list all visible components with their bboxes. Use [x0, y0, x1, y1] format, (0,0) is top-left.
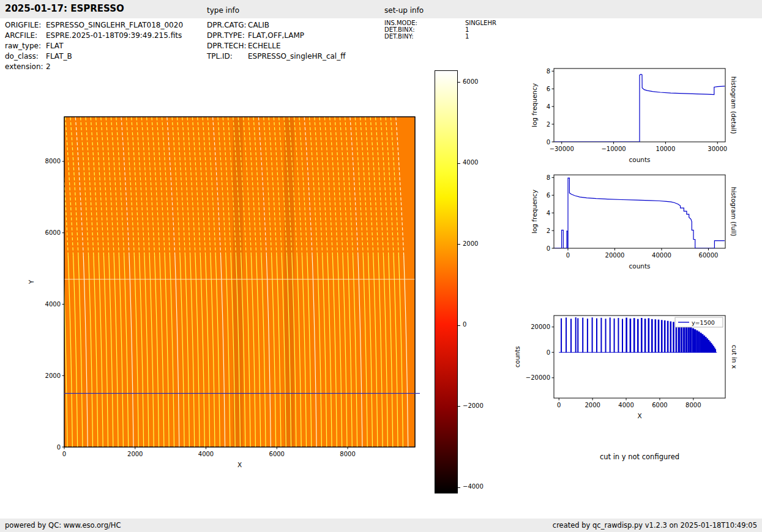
meta-row: DPR.CATG:CALIB: [207, 20, 345, 31]
meta-value: SINGLEHR: [465, 20, 496, 26]
y-tick-label: 6: [547, 86, 550, 92]
colorbar-tick: [458, 163, 460, 164]
colorbar-tick-label: 0: [463, 321, 466, 328]
footer-qc-link[interactable]: powered by QC: www.eso.org/HC: [5, 521, 121, 530]
cut-in-x-plot: 02000400060008000−20000020000y=1500Xcoun…: [511, 306, 762, 425]
x-axis-label: X: [237, 461, 242, 468]
header-bar: 2025-01-17: ESPRESSO type info set-up in…: [0, 0, 762, 18]
x-tick-label: 4000: [198, 451, 214, 457]
meta-key: raw_type:: [5, 41, 46, 51]
y-tick-label: 4: [547, 103, 550, 110]
meta-row: DPR.TECH:ECHELLE: [207, 41, 345, 51]
meta-key: DPR.CATG:: [207, 20, 248, 31]
meta-value: ESPRESSO_singleHR_cal_ff: [248, 52, 345, 61]
meta-row: DET.BINY:1: [384, 33, 496, 40]
meta-row: ARCFILE:ESPRE.2025-01-18T09:39:49.215.fi…: [5, 31, 183, 41]
meta-key: DPR.TECH:: [207, 41, 248, 51]
colorbar-tick-label: 2000: [463, 240, 478, 247]
x-tick-label: 6000: [269, 451, 285, 457]
meta-row: INS.MODE:SINGLEHR: [384, 20, 496, 26]
x-tick-label: 30000: [708, 146, 727, 152]
y-tick-label: 6000: [45, 229, 61, 236]
x-tick-label: 0: [557, 402, 561, 408]
meta-value: 1: [465, 26, 469, 33]
x-axis-label: X: [637, 412, 641, 419]
y-axis-label: log frequency: [531, 190, 538, 234]
meta-key: DET.BINX:: [384, 26, 465, 33]
y-tick-label: 8000: [45, 158, 61, 164]
axes-frame: [554, 175, 725, 248]
legend-label: y=1500: [692, 319, 715, 326]
colorbar-tick: [458, 82, 460, 83]
meta-row: ORIGFILE:ESPRESSO_SINGLEHR_FLAT018_0020: [5, 20, 183, 31]
x-tick-label: 8000: [685, 402, 701, 408]
raw-image-plot: 0200040006000800002000400060008000XY: [24, 110, 428, 477]
y-tick-label: 2: [547, 227, 550, 234]
file-info-list: ORIGFILE:ESPRESSO_SINGLEHR_FLAT018_0020A…: [5, 20, 183, 72]
meta-key: TPL.ID:: [207, 51, 248, 62]
x-axis-label: counts: [629, 156, 650, 163]
x-tick-label: −30000: [550, 146, 574, 152]
meta-value: ECHELLE: [248, 42, 281, 50]
meta-key: ARCFILE:: [5, 31, 46, 41]
meta-key: DPR.TYPE:: [207, 31, 248, 41]
y-tick-label: 20000: [531, 323, 550, 330]
x-tick-label: 2000: [585, 402, 600, 408]
colorbar-tick-label: −4000: [463, 483, 484, 490]
type-info-heading: type info: [207, 6, 239, 15]
setup-info-heading: set-up info: [384, 6, 424, 15]
y-tick-label: 6: [547, 192, 550, 199]
side-label: histogram (full): [730, 187, 738, 237]
x-tick-label: 2000: [127, 451, 143, 457]
y-tick-label: 4000: [45, 301, 61, 308]
legend: y=1500: [675, 317, 723, 327]
page-title: 2025-01-17: ESPRESSO: [5, 3, 124, 14]
y-axis-label: counts: [514, 346, 521, 368]
y-tick-label: 8: [547, 174, 550, 181]
y-tick-label: 2000: [45, 372, 61, 379]
colorbar-tick: [458, 406, 460, 407]
meta-value: 1: [465, 33, 469, 40]
meta-value: FLAT,OFF,LAMP: [248, 31, 304, 40]
x-tick-label: 20000: [605, 252, 625, 259]
meta-key: DET.BINY:: [384, 33, 465, 40]
x-tick-label: 0: [566, 252, 570, 259]
histogram-detail-plot: −30000−10000100003000002468countslog fre…: [517, 61, 762, 166]
colorbar-tick: [458, 487, 460, 488]
footer-created-by: created by qc_rawdisp.py v1.2.3 on 2025-…: [553, 521, 757, 530]
x-tick-label: 6000: [652, 402, 667, 408]
meta-value: FLAT_B: [46, 52, 72, 61]
meta-value: 2: [46, 62, 51, 71]
x-tick-label: 4000: [618, 402, 633, 408]
setup-info-list: INS.MODE:SINGLEHRDET.BINX:1DET.BINY:1: [384, 20, 496, 40]
cut-in-y-note: cut in y not configured: [517, 453, 762, 461]
type-info-list: DPR.CATG:CALIBDPR.TYPE:FLAT,OFF,LAMPDPR.…: [207, 20, 345, 62]
colorbar-gradient: [435, 70, 458, 493]
meta-value: ESPRESSO_SINGLEHR_FLAT018_0020: [46, 21, 183, 29]
meta-key: INS.MODE:: [384, 20, 465, 26]
y-axis-label: log frequency: [531, 83, 538, 127]
colorbar-tick-label: 6000: [463, 78, 478, 85]
x-axis-label: counts: [629, 262, 650, 270]
side-label: histogram (detail): [730, 76, 738, 134]
side-label: cut in x: [731, 345, 738, 369]
meta-row: TPL.ID:ESPRESSO_singleHR_cal_ff: [207, 51, 345, 62]
colorbar-tick-label: −2000: [463, 402, 484, 409]
y-tick-label: 8: [547, 68, 550, 75]
meta-row: raw_type:FLAT: [5, 41, 183, 51]
x-tick-label: 0: [62, 451, 66, 457]
footer-bar: powered by QC: www.eso.org/HC created by…: [0, 519, 762, 532]
x-tick-label: −10000: [601, 146, 626, 152]
y-tick-label: 0: [547, 349, 550, 356]
meta-value: FLAT: [46, 42, 63, 50]
y-tick-label: 0: [547, 245, 550, 252]
colorbar: 6000400020000−2000−4000: [431, 67, 499, 499]
colorbar-tick: [458, 244, 460, 245]
colorbar-tick-label: 4000: [463, 159, 478, 166]
x-tick-label: 10000: [656, 146, 676, 152]
x-tick-label: 60000: [699, 252, 719, 259]
x-tick-label: 8000: [340, 451, 355, 457]
meta-key: ORIGFILE:: [5, 20, 46, 31]
y-tick-label: 4: [547, 210, 550, 216]
meta-key: do_class:: [5, 51, 46, 62]
